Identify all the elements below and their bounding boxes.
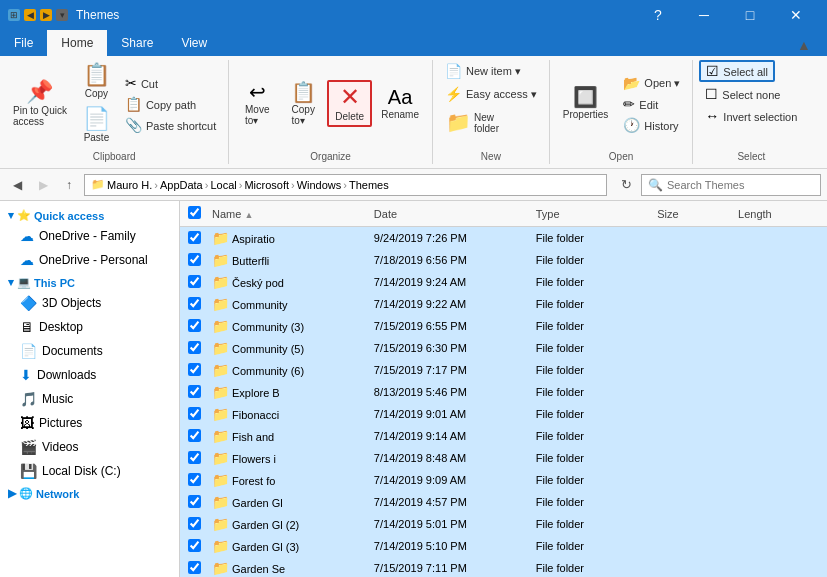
row-checkbox-1[interactable] [188,253,201,266]
sidebar-item-quick-access[interactable]: ▾ ⭐ Quick access [0,205,179,224]
row-checkbox-0[interactable] [188,231,201,244]
sidebar-item-this-pc[interactable]: ▾ 💻 This PC [0,272,179,291]
table-row[interactable]: 📁Forest fo 7/14/2019 9:09 AM File folder [180,469,827,491]
row-checkbox-9[interactable] [188,429,201,442]
back-button[interactable]: ◀ [6,174,28,196]
row-check-8[interactable] [188,407,212,422]
row-check-5[interactable] [188,341,212,356]
open-button[interactable]: 📂 Open ▾ [617,72,686,93]
table-row[interactable]: 📁Community (6) 7/15/2019 7:17 PM File fo… [180,359,827,381]
row-check-10[interactable] [188,451,212,466]
table-row[interactable]: 📁Fibonacci 7/14/2019 9:01 AM File folder [180,403,827,425]
search-input[interactable] [667,179,814,191]
table-row[interactable]: 📁Garden Se 7/15/2019 7:11 PM File folder [180,557,827,577]
row-checkbox-6[interactable] [188,363,201,376]
tab-file[interactable]: File [0,30,47,56]
header-name[interactable]: Name ▲ [212,208,374,220]
address-path[interactable]: 📁 Mauro H. › AppData › Local › Microsoft… [84,174,607,196]
copy-path-button[interactable]: 📋 Copy path [119,94,222,114]
row-checkbox-11[interactable] [188,473,201,486]
sidebar-item-network[interactable]: ▶ 🌐 Network [0,483,179,502]
delete-button[interactable]: ✕ Delete [327,80,372,127]
table-row[interactable]: 📁Garden Gl 7/14/2019 4:57 PM File folder [180,491,827,513]
table-row[interactable]: 📁Garden Gl (2) 7/14/2019 5:01 PM File fo… [180,513,827,535]
rename-button[interactable]: Aa Rename [374,83,426,124]
history-button[interactable]: 🕐 History [617,115,686,135]
maximize-button[interactable]: □ [727,0,773,30]
row-checkbox-12[interactable] [188,495,201,508]
header-size[interactable]: Size [657,208,738,220]
table-row[interactable]: 📁Community (3) 7/15/2019 6:55 PM File fo… [180,315,827,337]
cut-button[interactable]: ✂ Cut [119,73,222,93]
row-check-9[interactable] [188,429,212,444]
invert-selection-button[interactable]: ↔ Invert selection [699,106,803,126]
close-button[interactable]: ✕ [773,0,819,30]
sidebar-item-videos[interactable]: 🎬 Videos [0,435,179,459]
sidebar-item-3d-objects[interactable]: 🔷 3D Objects [0,291,179,315]
sidebar-item-onedrive-family[interactable]: ☁ OneDrive - Family [0,224,179,248]
header-type[interactable]: Type [536,208,657,220]
header-checkbox[interactable] [188,206,201,219]
new-folder-button[interactable]: 📁 Newfolder [439,106,543,138]
copy-to-button[interactable]: 📋 Copyto▾ [281,78,325,130]
header-length[interactable]: Length [738,208,819,220]
row-check-14[interactable] [188,539,212,554]
sidebar-item-downloads[interactable]: ⬇ Downloads [0,363,179,387]
sidebar-item-desktop[interactable]: 🖥 Desktop [0,315,179,339]
table-row[interactable]: 📁Flowers i 7/14/2019 8:48 AM File folder [180,447,827,469]
move-to-button[interactable]: ↩ Moveto▾ [235,78,279,130]
row-checkbox-5[interactable] [188,341,201,354]
row-check-0[interactable] [188,231,212,246]
sidebar-item-local-disk[interactable]: 💾 Local Disk (C:) [0,459,179,483]
table-row[interactable]: 📁Butterfli 7/18/2019 6:56 PM File folder [180,249,827,271]
properties-button[interactable]: 🔲 Properties [556,83,616,124]
tab-view[interactable]: View [167,30,221,56]
easy-access-button[interactable]: ⚡ Easy access ▾ [439,83,543,104]
forward-button[interactable]: ▶ [32,174,54,196]
row-checkbox-7[interactable] [188,385,201,398]
row-check-3[interactable] [188,297,212,312]
sidebar-item-music[interactable]: 🎵 Music [0,387,179,411]
row-check-15[interactable] [188,561,212,576]
up-button[interactable]: ↑ [58,174,80,196]
row-checkbox-15[interactable] [188,561,201,574]
row-check-11[interactable] [188,473,212,488]
row-checkbox-10[interactable] [188,451,201,464]
edit-button[interactable]: ✏ Edit [617,94,686,114]
table-row[interactable]: 📁Fish and 7/14/2019 9:14 AM File folder [180,425,827,447]
row-check-12[interactable] [188,495,212,510]
row-check-13[interactable] [188,517,212,532]
tab-home[interactable]: Home [47,30,107,56]
table-row[interactable]: 📁Community 7/14/2019 9:22 AM File folder [180,293,827,315]
row-check-7[interactable] [188,385,212,400]
paste-button[interactable]: 📄 Paste [76,104,117,147]
table-row[interactable]: 📁Community (5) 7/15/2019 6:30 PM File fo… [180,337,827,359]
sidebar-item-documents[interactable]: 📄 Documents [0,339,179,363]
new-item-button[interactable]: 📄 New item ▾ [439,60,527,81]
row-checkbox-13[interactable] [188,517,201,530]
table-row[interactable]: 📁Český pod 7/14/2019 9:24 AM File folder [180,271,827,293]
row-check-4[interactable] [188,319,212,334]
sidebar-item-pictures[interactable]: 🖼 Pictures [0,411,179,435]
help-button[interactable]: ? [635,0,681,30]
ribbon-collapse-button[interactable]: ▲ [781,30,827,60]
row-checkbox-14[interactable] [188,539,201,552]
sidebar-item-onedrive-personal[interactable]: ☁ OneDrive - Personal [0,248,179,272]
refresh-button[interactable]: ↻ [615,174,637,196]
window-controls[interactable]: ? ─ □ ✕ [635,0,819,30]
row-checkbox-4[interactable] [188,319,201,332]
header-date[interactable]: Date [374,208,536,220]
table-row[interactable]: 📁Explore B 8/13/2019 5:46 PM File folder [180,381,827,403]
row-check-6[interactable] [188,363,212,378]
header-check[interactable] [188,206,212,221]
copy-button[interactable]: 📋 Copy [76,60,117,103]
minimize-button[interactable]: ─ [681,0,727,30]
table-row[interactable]: 📁Aspiratio 9/24/2019 7:26 PM File folder [180,227,827,249]
row-checkbox-2[interactable] [188,275,201,288]
select-none-button[interactable]: ☐ Select none [699,84,786,104]
paste-shortcut-button[interactable]: 📎 Paste shortcut [119,115,222,135]
search-box[interactable]: 🔍 [641,174,821,196]
row-checkbox-3[interactable] [188,297,201,310]
select-all-button[interactable]: ☑ Select all [699,60,775,82]
row-check-2[interactable] [188,275,212,290]
